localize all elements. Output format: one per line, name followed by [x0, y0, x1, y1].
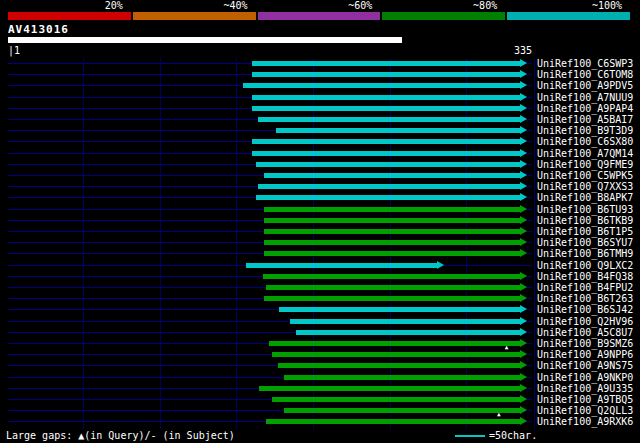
hit-bar[interactable] — [256, 162, 520, 167]
hit-row: UniRef100_A7QM14 — [0, 148, 640, 159]
hit-bar[interactable] — [258, 184, 520, 189]
hit-label[interactable]: UniRef100_A9NPP6 — [537, 349, 633, 360]
query-bar — [8, 37, 402, 43]
hit-label[interactable]: UniRef100_A7QM14 — [537, 148, 633, 159]
hit-label[interactable]: UniRef100_B6TKB9 — [537, 215, 633, 226]
hit-label[interactable]: UniRef100_A9PDV5 — [537, 80, 633, 91]
hit-label[interactable]: UniRef100_C5WPK5 — [537, 170, 633, 181]
key-segment — [133, 12, 256, 20]
key-segment — [8, 12, 131, 20]
scale-legend-line-icon — [455, 435, 485, 437]
key-segment — [258, 12, 381, 20]
hit-row: UniRef100_A9U335 — [0, 383, 640, 394]
hit-bar[interactable] — [252, 106, 520, 111]
key-segment-label: ~100% — [507, 1, 632, 11]
hit-label[interactable]: UniRef100_B6T1P5 — [537, 226, 633, 237]
hit-label[interactable]: UniRef100_A7NUU9 — [537, 92, 633, 103]
hit-row: UniRef100_A9NKP0 — [0, 372, 640, 383]
hit-bar[interactable] — [290, 319, 520, 324]
hit-row: UniRef100_B4FPU2 — [0, 282, 640, 293]
hit-label[interactable]: UniRef100_A9U335 — [537, 383, 633, 394]
hit-row: UniRef100_A9NS75 — [0, 360, 640, 371]
hit-label[interactable]: UniRef100_B4FPU2 — [537, 282, 633, 293]
hit-arrowhead-icon — [520, 395, 527, 403]
hit-label[interactable]: UniRef100_B6T263 — [537, 293, 633, 304]
hit-row: UniRef100_C6TOM8 — [0, 69, 640, 80]
hit-bar[interactable] — [272, 397, 520, 402]
hit-row: UniRef100_B6TU93 — [0, 204, 640, 215]
hit-row: UniRef100_Q2HV96 — [0, 316, 640, 327]
hit-label[interactable]: UniRef100_B4FQ38 — [537, 271, 633, 282]
hit-label[interactable]: UniRef100_B8APK7 — [537, 192, 633, 203]
hit-arrowhead-icon — [520, 361, 527, 369]
hit-bar[interactable] — [252, 61, 520, 66]
hit-bar[interactable] — [266, 285, 521, 290]
scale-end-label: 335 — [500, 45, 532, 57]
hit-bar[interactable] — [272, 352, 520, 357]
hit-bar[interactable] — [264, 229, 520, 234]
hit-bar[interactable] — [243, 83, 521, 88]
hit-bar[interactable] — [278, 363, 520, 368]
hit-bar[interactable] — [252, 95, 520, 100]
hit-label[interactable]: UniRef100_Q9FME9 — [537, 159, 633, 170]
hit-arrowhead-icon — [520, 339, 527, 347]
hit-label[interactable]: UniRef100_B9SMZ6 — [537, 338, 633, 349]
hit-label[interactable]: UniRef100_A9NKP0 — [537, 372, 633, 383]
hit-bar[interactable] — [252, 139, 520, 144]
hit-bar[interactable] — [296, 330, 520, 335]
hit-label[interactable]: UniRef100_A5C8U7 — [537, 327, 633, 338]
hit-bar[interactable] — [279, 307, 520, 312]
hit-arrowhead-icon — [520, 81, 527, 89]
hit-bar[interactable] — [276, 128, 520, 133]
hit-bar[interactable] — [264, 296, 520, 301]
hit-label[interactable]: UniRef100_Q7XXS3 — [537, 181, 633, 192]
hit-label[interactable]: UniRef100_A9RXK6 — [537, 416, 633, 427]
hit-label[interactable]: UniRef100_A9NS75 — [537, 360, 633, 371]
hit-bar[interactable] — [266, 419, 521, 424]
hit-bar[interactable] — [284, 375, 520, 380]
hit-bar[interactable] — [264, 207, 520, 212]
hit-arrowhead-icon — [520, 328, 527, 336]
hit-label[interactable]: UniRef100_A9PAP4 — [537, 103, 633, 114]
hit-label[interactable]: UniRef100_C6SX80 — [537, 136, 633, 147]
hit-row: UniRef100_B6T263 — [0, 293, 640, 304]
hit-bar[interactable] — [258, 117, 520, 122]
hit-label[interactable]: UniRef100_A5BAI7 — [537, 114, 633, 125]
hit-bar[interactable] — [264, 218, 520, 223]
hit-label[interactable]: UniRef100_Q9LXC2 — [537, 260, 633, 271]
hit-row: UniRef100_C6SWP3 — [0, 58, 640, 69]
key-segment — [382, 12, 505, 20]
hit-label[interactable]: UniRef100_B6TMH9 — [537, 248, 633, 259]
hit-bar[interactable] — [263, 274, 521, 279]
hit-bar[interactable] — [284, 408, 520, 413]
hit-row: UniRef100_A5C8U7 — [0, 327, 640, 338]
hit-arrowhead-icon — [520, 104, 527, 112]
hit-label[interactable]: UniRef100_C6TOM8 — [537, 69, 633, 80]
hit-arrowhead-icon — [520, 294, 527, 302]
hit-row: ▲UniRef100_B9SMZ6 — [0, 338, 640, 349]
hit-arrowhead-icon — [520, 171, 527, 179]
hit-label[interactable]: UniRef100_Q2QLL3 — [537, 405, 633, 416]
hit-bar[interactable] — [264, 240, 520, 245]
hit-label[interactable]: UniRef100_Q2HV96 — [537, 316, 633, 327]
hit-bar[interactable] — [252, 151, 520, 156]
hit-label[interactable]: UniRef100_B6TU93 — [537, 204, 633, 215]
hit-bar[interactable] — [264, 251, 520, 256]
hit-bar[interactable] — [264, 173, 520, 178]
hit-arrowhead-icon — [520, 70, 527, 78]
key-segment-label: ~40% — [133, 1, 258, 11]
hit-bar[interactable] — [269, 341, 520, 346]
hit-bar[interactable] — [259, 386, 520, 391]
hit-label[interactable]: UniRef100_C6SWP3 — [537, 58, 633, 69]
alignment-plot: UniRef100_C6SWP3UniRef100_C6TOM8UniRef10… — [0, 58, 640, 429]
hit-label[interactable]: UniRef100_A9TBQ5 — [537, 394, 633, 405]
hit-bar[interactable] — [246, 263, 438, 268]
hit-bar[interactable] — [252, 72, 520, 77]
hit-label[interactable]: UniRef100_B9T3D9 — [537, 125, 633, 136]
hit-label[interactable]: UniRef100_B6SYU7 — [537, 237, 633, 248]
hit-label[interactable]: UniRef100_B6SJ42 — [537, 304, 633, 315]
hit-arrowhead-icon — [520, 182, 527, 190]
hit-arrowhead-icon — [520, 417, 527, 425]
hit-row: UniRef100_B9T3D9 — [0, 125, 640, 136]
hit-bar[interactable] — [256, 195, 520, 200]
